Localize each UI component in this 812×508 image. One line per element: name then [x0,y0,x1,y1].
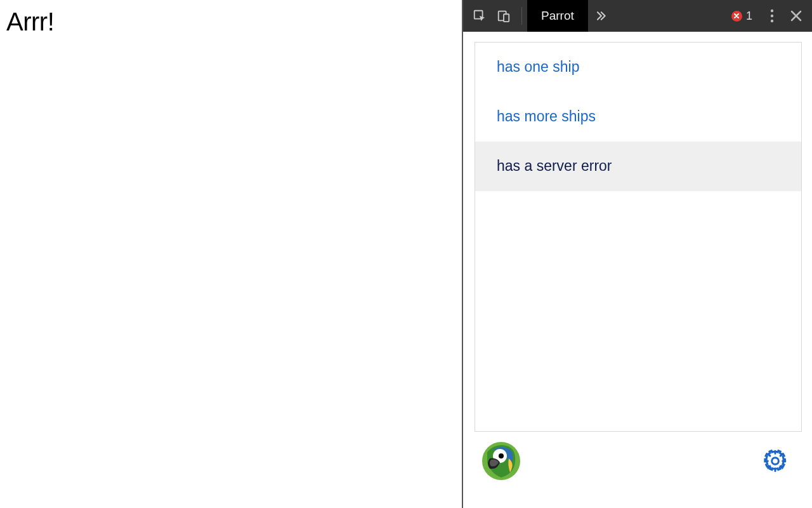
page-content: Arrr! [0,0,462,508]
devtools-toolbar: Parrot 1 [463,0,812,32]
parrot-icon [481,441,521,481]
svg-point-3 [771,10,773,12]
error-indicator[interactable]: 1 [731,10,752,23]
scenario-label: has a server error [497,157,612,175]
panel-footer [475,432,802,490]
scenario-label: has more ships [497,108,596,125]
chevron-double-right-icon[interactable] [588,0,613,32]
tab-parrot[interactable]: Parrot [527,0,588,32]
scenario-item[interactable]: has a server error [475,142,801,191]
page-heading: Arrr! [6,8,455,36]
inspect-icon[interactable] [471,7,488,25]
gear-icon[interactable] [761,447,789,475]
svg-point-9 [772,458,779,465]
devtools-panel: Parrot 1 [462,0,812,508]
close-icon[interactable] [785,5,807,27]
panel-body: has one ship has more ships has a server… [463,32,812,508]
scenario-label: has one ship [497,58,579,76]
error-icon [731,11,742,22]
svg-point-4 [771,15,773,17]
svg-point-5 [771,20,773,22]
app-root: Arrr! Parrot [0,0,812,508]
kebab-icon[interactable] [761,5,783,27]
scenario-item[interactable]: has more ships [475,92,801,142]
error-count: 1 [746,10,752,23]
svg-point-8 [499,453,504,458]
device-icon[interactable] [495,7,513,25]
toolbar-divider [521,7,522,25]
tab-label: Parrot [541,9,574,23]
scenario-item[interactable]: has one ship [475,43,801,92]
svg-rect-2 [504,14,509,22]
scenario-list: has one ship has more ships has a server… [475,42,802,432]
